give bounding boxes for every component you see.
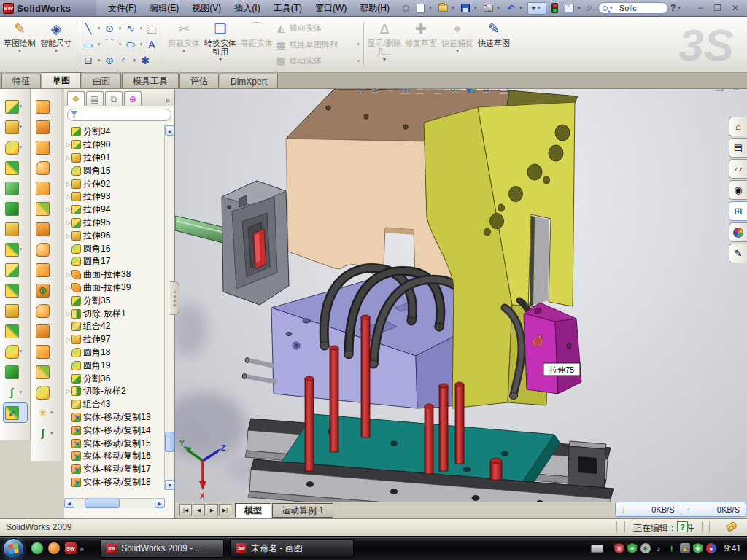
tray-icon[interactable]: ● (706, 543, 716, 553)
tree-item[interactable]: ⇘ 实体-移动/复制17 (64, 463, 165, 476)
ribbon-tab[interactable]: 评估 (179, 74, 219, 88)
tree-item[interactable]: ▷ 拉伸95 (64, 217, 165, 230)
pin-icon[interactable] (400, 2, 412, 14)
section-view[interactable]: ◫ (399, 89, 410, 95)
mirror-entities[interactable]: ◭ 镜向实体 (275, 21, 361, 36)
input-method-icon[interactable] (591, 545, 603, 553)
tree-item[interactable]: ▷ 曲面-拉伸39 (64, 281, 165, 295)
expand-arrow-icon[interactable]: ▷ (65, 336, 71, 343)
new-flyout-icon[interactable]: ▾ (429, 5, 435, 11)
reference-geometry[interactable] (5, 362, 26, 382)
fillet-flyout[interactable]: ▾ (131, 58, 138, 63)
tree-item[interactable]: ▷ 切除-放样1 (64, 307, 165, 320)
tree-item[interactable]: 分割35 (64, 294, 165, 307)
help-flyout-icon[interactable]: ▾ (678, 5, 684, 11)
search-box[interactable]: ▾ (598, 2, 668, 14)
instant3d-pressed[interactable]: ⇙ (3, 402, 28, 423)
expand-arrow-icon[interactable]: ▷ (65, 271, 71, 278)
taskbar-window-button[interactable]: SW SolidWorks 2009 - ... (100, 539, 224, 558)
ellipse-tool[interactable]: ⬭ (123, 39, 138, 51)
panel-tab[interactable]: ⧉ (105, 91, 123, 106)
tree-item[interactable]: 圆角17 (64, 255, 165, 268)
untrim-surface[interactable] (36, 341, 56, 362)
ribbon-tab[interactable]: 草图 (42, 72, 81, 88)
rapid-sketch[interactable]: ✎ 快速草图 (476, 19, 512, 70)
tree-item[interactable]: ▷ 拉伸96 (64, 229, 165, 242)
offset-entities[interactable]: ⌒ 等距实体 (239, 19, 275, 70)
parting-surface[interactable] (36, 362, 56, 382)
tray-icon[interactable]: ✚ (693, 543, 703, 553)
document-tab[interactable]: 运动算例 1 (272, 503, 333, 518)
replace-face[interactable] (36, 300, 56, 321)
ribbon-tab[interactable]: 模具工具 (122, 74, 179, 88)
display-delete-relations[interactable]: Δ 显示/删除几... ▾ (366, 19, 403, 70)
tray-icon[interactable]: ▲ (680, 543, 690, 553)
filled-surface[interactable] (36, 178, 56, 198)
delete-face[interactable]: ⊗ (36, 280, 56, 300)
arc-tool[interactable]: ⌒ (102, 38, 117, 51)
scroll-left-icon[interactable]: ◀ (64, 499, 74, 508)
menu-item[interactable]: 插入(I) (228, 1, 266, 16)
save-flyout-icon[interactable]: ▾ (474, 5, 480, 11)
insert-part[interactable] (5, 300, 26, 321)
open-button[interactable] (437, 2, 449, 14)
tree-item[interactable]: ⇘ 实体-移动/复制15 (64, 437, 165, 450)
tab-nav-button[interactable]: ◀ (193, 504, 205, 516)
options-button[interactable] (563, 2, 576, 14)
tree-item[interactable]: ▷ 拉伸93 (64, 190, 165, 203)
menu-item[interactable]: 工具(T) (268, 1, 308, 16)
expand-arrow-icon[interactable]: ▷ (65, 388, 71, 394)
planar-surface[interactable] (36, 219, 56, 239)
network-speed-widget[interactable]: ↓0KB/S ↑0KB/S (615, 502, 746, 517)
expand-arrow-icon[interactable]: ▷ (65, 219, 71, 226)
view-palette[interactable]: ⊞ (729, 201, 747, 221)
tree-item[interactable]: ▷ 拉伸97 (64, 333, 165, 346)
tree-item[interactable]: 圆角16 (64, 242, 165, 255)
undo-flyout-icon[interactable]: ▾ (519, 5, 525, 11)
print-button[interactable] (482, 2, 495, 14)
line-tool[interactable]: ╲ (81, 23, 96, 34)
rebuild-button[interactable] (549, 2, 561, 14)
doc-minimize-button[interactable]: − (702, 89, 707, 93)
scroll-thumb[interactable] (165, 432, 174, 452)
split-feature[interactable] (5, 280, 26, 300)
edit-appearance[interactable] (466, 89, 477, 93)
panel-tab[interactable]: ⊕ (124, 91, 142, 106)
expand-arrow-icon[interactable]: ▷ (65, 233, 71, 239)
ribbon-tab[interactable]: 曲面 (82, 74, 121, 88)
slot-flyout[interactable]: ▾ (96, 58, 102, 63)
expand-arrow-icon[interactable]: ▷ (65, 141, 71, 148)
expand-arrow-icon[interactable]: ▷ (65, 155, 71, 161)
tab-nav-button[interactable]: ▶ (206, 504, 218, 516)
scroll-up-icon[interactable]: ▲ (165, 125, 174, 136)
shell-feature[interactable] (5, 178, 26, 198)
tree-item[interactable]: ⇘ 实体-移动/复制16 (64, 450, 165, 463)
text-tool[interactable]: A (144, 39, 159, 50)
line-flyout[interactable]: ▾ (96, 26, 102, 31)
shut-off-surface[interactable] (36, 382, 56, 402)
rectangle-flyout[interactable]: ▾ (96, 42, 102, 47)
document-tab[interactable]: 模型 (235, 503, 271, 518)
expand-arrow-icon[interactable]: ▷ (65, 181, 71, 187)
open-flyout-icon[interactable]: ▾ (452, 5, 457, 11)
lofted-surface[interactable] (36, 137, 56, 158)
point-tool[interactable]: ✱ (138, 55, 152, 66)
options-flyout-icon[interactable]: ▾ (578, 5, 584, 11)
select-tool-button[interactable]: ➤▾ (527, 2, 546, 15)
slot-tool[interactable]: ⊟ (81, 55, 96, 66)
tree-item[interactable]: 分割36 (64, 372, 165, 385)
tree-item[interactable]: ⇘ 实体-移动/复制14 (64, 424, 165, 437)
spline-flyout[interactable]: ▾ (138, 26, 144, 31)
minimize-button[interactable]: − (694, 3, 706, 13)
print-flyout-icon[interactable]: ▾ (497, 5, 503, 11)
quick-launch-icon[interactable]: SW (65, 542, 77, 554)
scroll-right-icon[interactable]: ▶ (155, 499, 165, 508)
new-document-button[interactable] (414, 2, 427, 14)
design-library[interactable]: ▤ (729, 138, 747, 158)
tree-item[interactable]: ▷ 曲面-拉伸38 (64, 268, 165, 281)
expand-arrow-icon[interactable]: ▷ (65, 206, 71, 213)
panel-tab[interactable]: ▤ (86, 91, 104, 106)
fillet-feature[interactable]: ▾ (5, 137, 26, 158)
expand-arrow-icon[interactable]: ▷ (65, 311, 71, 317)
graphics-area[interactable]: Y Z X ∅ 拉伸75 ◎ ⊕ (175, 89, 747, 502)
